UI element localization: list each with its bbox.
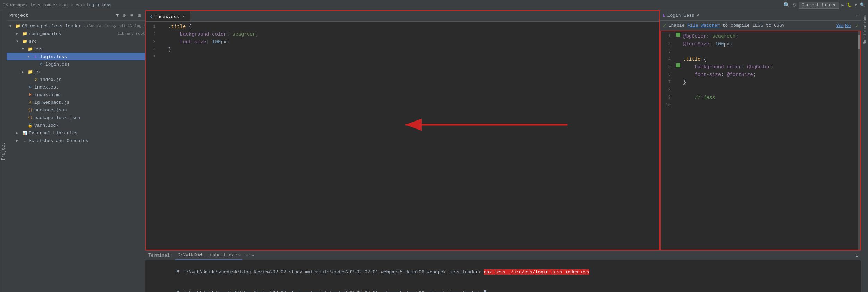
arrow-src: ▼ [16,40,20,43]
tree-item-external-libs[interactable]: ▶ 📊 External Libraries [7,129,145,137]
tree-item-root[interactable]: ▼ 📁 06_webapck_less_loader F:\Web\BaiduS… [7,22,145,30]
tree-item-package-lock[interactable]: {} package-lock.json [7,114,145,122]
tree-item-css-folder[interactable]: ▼ 📁 css [7,45,145,53]
folder-icon-css: 📁 [27,46,33,52]
right-code-line-3: 3 [661,48,860,56]
current-file-button[interactable]: Current File ▼ [799,2,839,9]
tree-label-package-lock: package-lock.json [34,115,145,120]
run-icon[interactable]: ▶ [842,2,844,8]
right-code-line-1: 1 @bgColor: seagreen; [661,33,860,40]
left-code-editor[interactable]: 1 .title { 2 background-color: seagreen;… [146,22,659,62]
panel-icon-more[interactable]: ⚙ [137,13,142,18]
tree-item-index-css[interactable]: C index.css [7,83,145,91]
json-icon-lock: {} [27,115,33,120]
terminal-add-icon[interactable]: + [245,252,249,259]
tree-item-index-html[interactable]: H index.html [7,91,145,99]
scratches-icon: ✏ [22,138,27,143]
tree-label-yarn-lock: yarn.lock [34,123,145,128]
less-icon-login: L [33,54,39,59]
right-code-line-10: 10 [661,101,860,109]
arrow-root: ▼ [9,24,14,28]
debug-icon[interactable]: 🐛 [847,2,852,8]
terminal-settings-icon[interactable]: ⚙ [856,253,858,258]
panel-header: Project ▼ ⚙ ≡ ⚙ [7,10,145,21]
tree-item-lg-webpack[interactable]: J lg.webpack.js [7,99,145,106]
right-scrollbar[interactable] [858,31,860,250]
tab-close-index-css[interactable]: × [181,14,186,19]
notifications-sidebar: Notifications [861,10,868,292]
json-icon-package: {} [27,107,33,113]
folder-icon-js: 📁 [27,69,33,75]
libs-icon: 📊 [22,130,27,136]
breadcrumb-part1[interactable]: 06_webapck_less_loader [3,3,58,8]
terminal-dropdown-icon[interactable]: ▾ [252,252,254,258]
project-tree: ▼ 📁 06_webapck_less_loader F:\Web\BaiduS… [7,21,145,292]
panel-icon-collapse[interactable]: ≡ [129,13,135,18]
tree-item-src[interactable]: ▼ 📁 src [7,37,145,45]
right-code-line-4: 4 .title { [661,56,860,63]
js-icon-index: J [33,77,39,82]
right-code-line-8: 8 [661,86,860,94]
sep1: > [59,3,61,8]
search-icon[interactable]: 🔍 [783,2,790,8]
folder-icon-src: 📁 [22,39,27,44]
tree-item-yarn-lock[interactable]: 🔒 yarn.lock [7,122,145,129]
tree-item-node-modules[interactable]: ▶ 📁 node_modules library root [7,30,145,37]
terminal-line-1: PS F:\Web\BaiduSyncdisk\Blog Review\02-0… [148,262,858,283]
terminal-label: Terminal: [148,253,172,258]
tree-label-lg-webpack: lg.webpack.js [34,100,145,105]
css-icon-login: C [39,61,44,67]
right-scrollbar-thumb [858,35,860,49]
tree-label-package-json: package.json [34,108,145,113]
folder-icon-node-modules: 📁 [22,31,27,36]
terminal-command-1: npx less ./src/css/login.less index.css [484,269,589,275]
right-panel-more[interactable]: ⋯ [856,13,858,18]
panel-icons: ⚙ ≡ ⚙ [121,13,142,18]
breadcrumb-current[interactable]: login.less [86,3,111,8]
terminal-path-1: PS F:\Web\BaiduSyncdisk\Blog Review\02-0… [175,269,484,275]
right-tab-close[interactable]: × [697,13,699,18]
file-watcher-text: Enable File Watcher to compile LESS to C… [669,23,785,28]
right-pane-border: 1 @bgColor: seagreen; 2 @fontSize: 100px… [660,31,861,250]
file-watcher-link[interactable]: File Watcher [687,23,720,28]
settings-icon[interactable]: ⚙ [793,2,796,8]
tree-item-login-less[interactable]: ▼ L login.less [7,53,145,60]
no-button[interactable]: No [845,23,851,28]
right-code-editor[interactable]: 1 @bgColor: seagreen; 2 @fontSize: 100px… [661,31,860,250]
yes-button[interactable]: Yes [836,23,843,28]
code-line-5: 5 [146,53,659,61]
tree-item-scratches[interactable]: ▶ ✏ Scratches and Consoles [7,137,145,144]
tree-sublabel-node-modules: library root [118,32,145,36]
tree-label-external-libs: External Libraries [29,131,145,136]
breadcrumb-part2[interactable]: src [62,3,70,8]
panel-icon-settings[interactable]: ⚙ [121,13,127,18]
terminal-shell-name: C:\WINDOW...rshell.exe [177,252,237,258]
code-line-3: 3 font-size: 100px; [146,38,659,46]
right-editor-tabs: L login.less × ⋯ [660,10,861,21]
tree-item-package-json[interactable]: {} package.json [7,106,145,114]
terminal-tab-close[interactable]: × [238,253,241,257]
code-line-4: 4 } [146,46,659,53]
tree-item-js-folder[interactable]: ▶ 📁 js [7,68,145,76]
breadcrumb-part3[interactable]: css [74,3,82,8]
lock-icon-yarn: 🔒 [27,123,33,128]
tree-item-login-css[interactable]: C login.css [7,60,145,68]
dropdown-icon: ▼ [833,3,835,8]
more-icon[interactable]: ⚙ [855,2,857,8]
tree-label-scratches: Scratches and Consoles [29,138,145,143]
terminal-content[interactable]: PS F:\Web\BaiduSyncdisk\Blog Review\02-0… [145,260,861,292]
maximize-icon[interactable]: 🔍 [860,2,865,8]
tree-label-index-html: index.html [34,92,145,98]
right-code-line-9: 9 // less [661,94,860,101]
terminal-tab-shell[interactable]: C:\WINDOW...rshell.exe × [175,251,242,260]
tree-item-index-js[interactable]: J index.js [7,76,145,83]
project-sidebar-label[interactable]: Project [0,10,7,292]
left-editor-tabs: C index.css × [146,11,659,22]
tree-label-src: src [29,39,145,44]
gutter-marker-1 [676,33,680,37]
html-icon-index: H [27,92,33,98]
tab-index-css[interactable]: C index.css × [146,11,190,21]
yes-no-buttons: Yes No [836,23,851,28]
tab-label-index-css: index.css [155,14,179,19]
arrow-external-libs: ▶ [16,131,20,135]
